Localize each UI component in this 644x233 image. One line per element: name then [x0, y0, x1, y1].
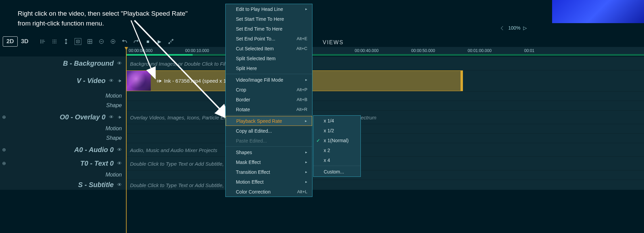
speed-option-x-1-4[interactable]: x 1/4 [313, 116, 360, 126]
undo-icon[interactable] [122, 38, 128, 45]
zoom-level[interactable]: 100% [508, 25, 520, 31]
menu-item-crop[interactable]: CropAlt+P [226, 85, 312, 95]
sub-shape-label: Shape [106, 102, 122, 109]
fullscreen-corner-icon[interactable]: ∟ [500, 24, 507, 31]
playback-speed-submenu: x 1/4x 1/2✓x 1(Normal)x 2x 4Custom... [313, 115, 361, 177]
track-placeholder: Double Click to Type Text or Add Subtitl… [130, 182, 236, 188]
track-placeholder: Background Images, or Double Click to Fi… [130, 61, 237, 66]
menu-item-set-end-point-to-[interactable]: Set End Point To...Alt+E [226, 34, 312, 44]
track-overlay-content[interactable]: Overlay Videos, Images, Icons, Particle … [126, 110, 644, 124]
updown-icon[interactable] [63, 38, 69, 45]
svg-point-1 [54, 40, 55, 40]
timeline-ruler[interactable]: 00:00:00.00000:00:10.00000:00:40.00000:0… [126, 47, 644, 56]
menu-item-split-here[interactable]: Split Here [226, 63, 312, 73]
play-icon[interactable]: ▶ [156, 38, 162, 45]
menu-item-set-end-time-to-here[interactable]: Set End Time To Here [226, 24, 312, 34]
sub-motion-label: Motion [106, 126, 122, 132]
clip-filename: Ink - 67358.mp4 (speed x 1 [164, 78, 226, 84]
menu-item-motion-effect[interactable]: Motion Effect▸ [226, 177, 312, 187]
audio-icon[interactable]: 🕩 [117, 78, 122, 83]
audio-small-icon: 🕪 [156, 78, 161, 84]
track-placeholder-tail: ectrum [361, 114, 376, 120]
grid-icon[interactable] [51, 38, 58, 45]
eye-icon[interactable]: 👁 [117, 61, 122, 66]
clip-thumbnail [126, 71, 151, 91]
menu-item-rotate[interactable]: RotateAlt+R [226, 104, 312, 114]
eye-icon[interactable]: 👁 [109, 78, 114, 83]
track-placeholder: Double Click to Type Text or Add Subtitl… [130, 161, 236, 166]
menu-item-color-correction[interactable]: Color CorrectionAlt+L [226, 187, 312, 197]
track-overlay-shape-content[interactable] [126, 133, 644, 143]
ruler-tick: 00:01 [524, 48, 534, 53]
track-text-content[interactable]: Double Click to Type Text or Add Subtitl… [126, 156, 644, 170]
audio-icon[interactable]: 🕩 [117, 114, 122, 120]
sub-motion-label: Motion [106, 172, 122, 178]
plus-icon[interactable]: ⊕ [2, 114, 6, 120]
track-video-shape-content[interactable] [126, 101, 644, 110]
eye-icon[interactable]: 👁 [109, 114, 114, 120]
plus-icon[interactable]: ⊕ [2, 161, 6, 166]
track-subtitle-content[interactable]: Double Click to Type Text or Add Subtitl… [126, 180, 644, 190]
speed-option-custom-[interactable]: Custom... [313, 167, 360, 177]
menu-item-set-start-time-to-here[interactable]: Set Start Time To Here [226, 14, 312, 24]
playhead[interactable] [126, 47, 127, 233]
speed-option-x-2[interactable]: x 2 [313, 145, 360, 155]
tab-2d[interactable]: 2D [3, 36, 18, 47]
track-overlay-motion-content[interactable] [126, 124, 644, 133]
track-video-content[interactable]: 🕪Ink - 67358.mp4 (speed x 1 [126, 70, 644, 91]
preview-thumbnail [552, 0, 644, 23]
menu-item-video-image-fill-mode[interactable]: Video/Image Fill Mode▸ [226, 75, 312, 85]
stop-icon[interactable]: ■ [145, 38, 151, 45]
tab-3d[interactable]: 3D [18, 37, 32, 46]
menu-item-transition-effect[interactable]: Transition Effect▸ [226, 167, 312, 177]
track-video-motion: Motion [0, 91, 644, 101]
svg-point-10 [78, 41, 78, 42]
ruler-tick: 00:00:10.000 [185, 48, 209, 53]
sub-shape-label: Shape [106, 135, 122, 141]
track-audio-content[interactable]: Audio, Music and Audio Mixer Projects [126, 143, 644, 156]
eye-icon[interactable]: 👁 [117, 182, 122, 187]
menu-item-mask-effect[interactable]: Mask Effect▸ [226, 157, 312, 167]
track-placeholder: Overlay Videos, Images, Icons, Particle … [130, 114, 235, 120]
square-dot-icon[interactable] [75, 38, 81, 45]
play-preview-icon[interactable]: ▷ [523, 25, 527, 31]
track-overlay-title: O0 - Overlay 0 [60, 113, 106, 121]
eye-icon[interactable]: 👁 [117, 161, 122, 166]
track-video-title: V - Video [77, 77, 106, 85]
svg-point-7 [54, 43, 55, 43]
speed-option-x-1-normal-[interactable]: ✓x 1(Normal) [313, 135, 360, 145]
preview-controls: ∟ 100% ▷ [501, 25, 527, 31]
svg-point-0 [53, 40, 53, 40]
track-text-title: T0 - Text 0 [80, 160, 114, 167]
track-subtitle: S - Subtitle 👁 Double Click to Type Text… [0, 180, 644, 190]
circle-plus-icon[interactable] [110, 38, 116, 45]
ruler-tick: 00:00:50.000 [411, 48, 435, 53]
svg-point-6 [53, 43, 53, 43]
menu-item-cut-selected-item[interactable]: Cut Selected ItemAlt+C [226, 44, 312, 53]
track-audio-title: A0 - Audio 0 [74, 146, 114, 154]
align-left-icon[interactable] [40, 38, 46, 45]
track-subtitle-title: S - Subtitle [78, 181, 114, 189]
ruler-tick: 00:00:40.000 [355, 48, 379, 53]
track-video: V - Video 👁 🕩 🕪Ink - 67358.mp4 (speed x … [0, 70, 644, 91]
track-placeholder: Audio, Music and Audio Mixer Projects [130, 147, 217, 153]
menu-item-border[interactable]: BorderAlt+B [226, 95, 312, 104]
speed-option-x-1-2[interactable]: x 1/2 [313, 126, 360, 135]
context-menu: Edit to Play Head Line▸Set Start Time To… [225, 4, 312, 197]
menu-item-playback-speed-rate[interactable]: Playback Speed Rate▸ [226, 116, 312, 126]
track-video-motion-content[interactable] [126, 91, 644, 101]
clip-end-handle[interactable] [461, 71, 463, 91]
redo-icon[interactable] [133, 38, 139, 45]
grid-plane-icon[interactable] [87, 38, 93, 45]
plus-icon[interactable]: ⊕ [2, 147, 6, 152]
menu-item-shapes[interactable]: Shapes▸ [226, 147, 312, 157]
link-icon[interactable] [168, 38, 174, 45]
track-background-content[interactable]: Background Images, or Double Click to Fi… [126, 56, 644, 70]
eye-icon[interactable]: 👁 [117, 147, 122, 152]
menu-item-split-selected-item[interactable]: Split Selected Item [226, 53, 312, 63]
menu-item-copy-all-edited-[interactable]: Copy all Edited... [226, 126, 312, 136]
speed-option-x-4[interactable]: x 4 [313, 155, 360, 165]
menu-item-edit-to-play-head-line[interactable]: Edit to Play Head Line▸ [226, 4, 312, 14]
circle-minus-icon[interactable] [98, 38, 104, 45]
track-text-motion-content[interactable] [126, 170, 644, 180]
